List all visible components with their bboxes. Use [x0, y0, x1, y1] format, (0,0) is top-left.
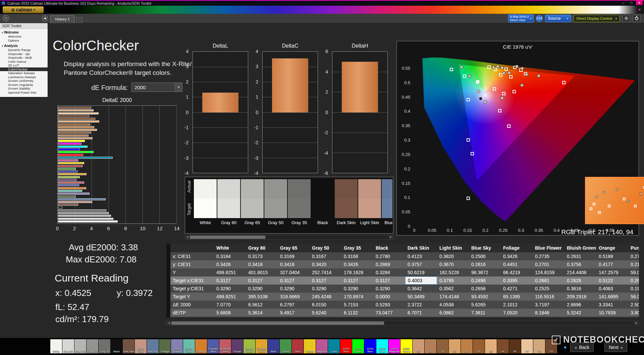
- strip-swatch-100-blue[interactable]: 100% Blue: [364, 339, 376, 353]
- strip-swatch-moderate-red[interactable]: Moderate Red: [219, 339, 231, 353]
- table-cell[interactable]: 0.3820: [437, 252, 469, 260]
- meter-dropdown[interactable]: X-Rite i1Pro 2 Direct View ▾: [508, 14, 534, 22]
- table-cell[interactable]: 5.6265: [469, 301, 501, 309]
- table-cell[interactable]: 499.8251: [214, 293, 246, 301]
- strip-swatch-blue-flower[interactable]: Blue Flower: [171, 339, 183, 353]
- table-cell[interactable]: 93.4592: [469, 293, 501, 301]
- table-cell[interactable]: 0.3290: [246, 285, 278, 293]
- sidebar-item-grayscale-2pt[interactable]: Grayscale - 2pt: [0, 52, 48, 56]
- table-cell[interactable]: 59.0000: [628, 268, 639, 276]
- maximize-button[interactable]: □: [628, 1, 635, 5]
- table-cell[interactable]: 214.4408: [565, 268, 596, 276]
- table-cell[interactable]: 0.3127: [214, 276, 246, 285]
- table-cell[interactable]: 0.3418: [278, 260, 310, 268]
- table-cell[interactable]: 2.3722: [405, 301, 437, 309]
- strip-swatch-4f[interactable]: 4F: [497, 339, 509, 353]
- tree-section-header-analysis[interactable]: ▾Analysis: [0, 43, 48, 48]
- strip-swatch-yellow-green[interactable]: Yellow Green: [244, 339, 255, 353]
- viewer-swatch-gray-65[interactable]: Gray 65: [241, 179, 264, 233]
- table-cell[interactable]: 0.3168: [341, 252, 373, 260]
- strip-swatch-blue-sky[interactable]: Blue Sky: [147, 339, 159, 353]
- table-cell[interactable]: 0.2656: [469, 285, 501, 293]
- table-cell[interactable]: 66.4219: [501, 268, 533, 276]
- strip-swatch-5e[interactable]: 5E: [509, 339, 521, 353]
- table-cell[interactable]: 5.6808: [214, 309, 246, 317]
- strip-swatch-cyan[interactable]: Cyan: [328, 339, 340, 353]
- sidebar-item-welcome[interactable]: Welcome: [0, 35, 48, 39]
- strip-swatch-gray-80[interactable]: Gray 80: [62, 339, 74, 353]
- strip-swatch-4e[interactable]: 4E: [485, 339, 497, 353]
- table-cell[interactable]: 141.6895: [596, 293, 628, 301]
- viewer-swatch-blue-sky[interactable]: Blue Sky: [382, 179, 392, 233]
- table-cell[interactable]: 0.3418: [246, 260, 278, 268]
- table-cell[interactable]: 0.3426: [214, 260, 246, 268]
- table-cell[interactable]: 0.3167: [310, 252, 341, 260]
- table-cell[interactable]: 7.0520: [501, 309, 533, 317]
- sidebar-item-screen-angularity[interactable]: Screen Angularity: [0, 83, 48, 87]
- table-cell[interactable]: 3.7197: [533, 301, 565, 309]
- close-button[interactable]: ×: [636, 1, 643, 5]
- table-cell[interactable]: 147.2579: [596, 268, 628, 276]
- strip-swatch-2g[interactable]: 2G: [437, 339, 448, 353]
- table-cell[interactable]: 0.3420: [310, 260, 341, 268]
- table-cell[interactable]: 0.2626: [565, 276, 596, 285]
- sidebar-item-screen-stability[interactable]: Screen Stability: [0, 87, 48, 91]
- table-cell[interactable]: 124.8159: [533, 268, 565, 276]
- table-cell[interactable]: 174.4148: [437, 293, 469, 301]
- table-cell[interactable]: 0.3290: [310, 285, 341, 293]
- viewer-swatch-white[interactable]: White: [194, 179, 217, 233]
- scroll-left-icon[interactable]: ◄: [167, 321, 171, 325]
- viewer-swatch-gray-50[interactable]: Gray 50: [264, 179, 287, 233]
- table-cell[interactable]: 0.3127: [246, 276, 278, 285]
- tab-stub[interactable]: [76, 17, 83, 23]
- strip-swatch-yellow[interactable]: Yellow: [304, 339, 316, 353]
- table-cell[interactable]: 0.3173: [246, 252, 278, 260]
- table-cell[interactable]: 0.5122: [596, 276, 628, 285]
- table-cell[interactable]: 0.3127: [278, 276, 310, 285]
- table-cell[interactable]: 2.8696: [565, 301, 596, 309]
- scrollbar-thumb[interactable]: [171, 321, 384, 325]
- table-cell[interactable]: 0.3169: [278, 252, 310, 260]
- calman-logo-button[interactable]: ◎ calman ▾: [3, 6, 44, 13]
- strip-swatch-purple[interactable]: Purple: [231, 339, 243, 353]
- table-cell[interactable]: 0.3756: [565, 260, 596, 268]
- strip-swatch-3g[interactable]: 3G: [473, 339, 485, 353]
- table-cell[interactable]: 5.3614: [246, 309, 278, 317]
- table-cell[interactable]: 0.3426: [501, 252, 533, 260]
- strip-swatch-3e[interactable]: 3E: [449, 339, 461, 353]
- strip-swatch-2f[interactable]: 2F: [425, 339, 436, 353]
- table-cell[interactable]: 7.3811: [469, 309, 501, 317]
- table-cell[interactable]: 73.0477: [373, 309, 405, 317]
- table-cell[interactable]: 10.7839: [596, 309, 628, 317]
- table-cell[interactable]: 0.2500: [469, 252, 501, 260]
- table-cell[interactable]: 0.2780: [373, 252, 405, 260]
- table-cell[interactable]: 318.6869: [278, 293, 310, 301]
- table-cell[interactable]: 499.8251: [214, 268, 246, 276]
- sidebar-item-saturation-sweeps[interactable]: Saturation Sweeps: [0, 71, 48, 75]
- viewer-swatch-gray-80[interactable]: Gray 80: [217, 179, 240, 233]
- sidebar-item-spectral-power-dist[interactable]: Spectral Power Dist.: [0, 91, 48, 95]
- de-formula-dropdown[interactable]: 2000 ▼: [131, 83, 182, 92]
- table-cell[interactable]: 6.0150: [310, 301, 341, 309]
- sidebar-item-options[interactable]: Options: [0, 39, 48, 43]
- table-cell[interactable]: 0.3642: [405, 285, 437, 293]
- table-cell[interactable]: 0.4003: [405, 276, 437, 285]
- scrollbar-track[interactable]: [190, 235, 388, 239]
- table-cell[interactable]: 0.3395: [501, 276, 533, 285]
- table-cell[interactable]: 50.3489: [405, 293, 437, 301]
- strip-swatch-3f[interactable]: 3F: [461, 339, 473, 353]
- table-cell[interactable]: 2.1012: [501, 301, 533, 309]
- table-cell[interactable]: 0.3757: [405, 260, 437, 268]
- strip-swatch-white[interactable]: White: [50, 339, 62, 353]
- strip-swatch-magenta[interactable]: Magenta: [316, 339, 328, 353]
- table-cell[interactable]: 252.7414: [310, 268, 341, 276]
- strip-swatch-7f[interactable]: 7F: [521, 339, 533, 353]
- scroll-right-icon[interactable]: ►: [634, 321, 639, 325]
- table-cell[interactable]: 58.0000: [628, 293, 639, 301]
- scrollbar-track[interactable]: [171, 321, 634, 325]
- table-cell[interactable]: 0.3290: [341, 285, 373, 293]
- table-cell[interactable]: 0.3795: [437, 276, 469, 285]
- table-cell[interactable]: 0.3670: [437, 260, 469, 268]
- table-cell[interactable]: 0.3290: [278, 285, 310, 293]
- table-cell[interactable]: 0.2525: [533, 285, 565, 293]
